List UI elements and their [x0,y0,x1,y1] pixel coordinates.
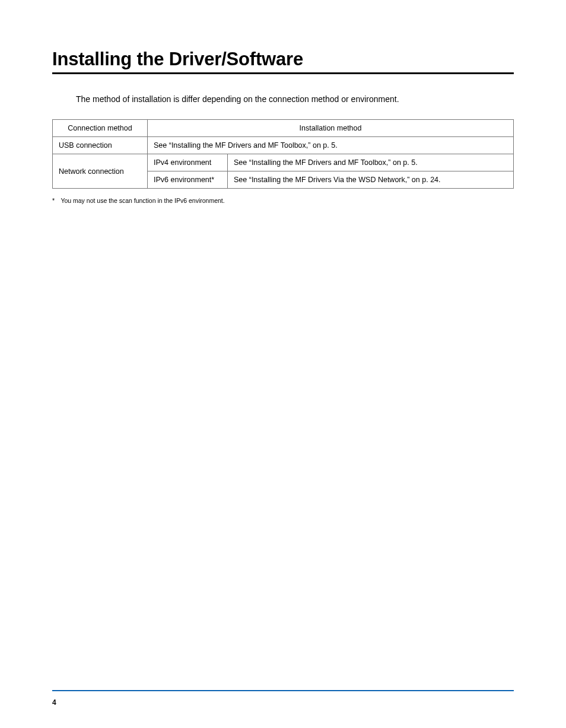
cell-network-label: Network connection [53,154,148,189]
cell-ipv6-value: See “Installing the MF Drivers Via the W… [228,171,514,189]
cell-ipv4-env: IPv4 environment [148,154,228,171]
footnote: * You may not use the scan function in t… [52,197,514,204]
header-installation-method: Installation method [148,120,514,137]
table-row: Network connection IPv4 environment See … [53,154,514,171]
intro-paragraph: The method of installation is differ dep… [76,94,514,104]
footer-rule [52,690,514,691]
header-connection-method: Connection method [53,120,148,137]
table-row: USB connection See “Installing the MF Dr… [53,137,514,154]
install-method-table: Connection method Installation method US… [52,119,514,189]
cell-ipv6-env: IPv6 environment* [148,171,228,189]
page-number: 4 [52,698,56,707]
cell-usb-label: USB connection [53,137,148,154]
cell-ipv4-value: See “Installing the MF Drivers and MF To… [228,154,514,171]
cell-usb-value: See “Installing the MF Drivers and MF To… [148,137,514,154]
page-heading: Installing the Driver/Software [52,49,514,74]
table-header-row: Connection method Installation method [53,120,514,137]
